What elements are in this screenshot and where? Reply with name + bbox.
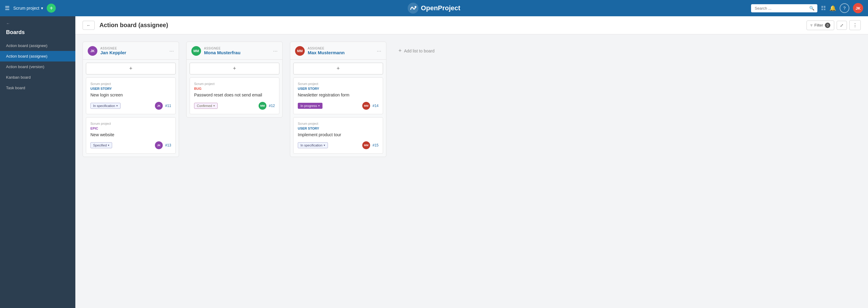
chevron-down-icon: ▾ bbox=[318, 104, 320, 107]
card-footer: In specification▾MM#15 bbox=[298, 141, 378, 149]
logo-text: OpenProject bbox=[421, 4, 461, 12]
add-card-button[interactable]: + bbox=[190, 63, 279, 74]
column-name: Mona Musterfrau bbox=[204, 50, 270, 55]
card-project: Scrum project bbox=[298, 122, 378, 125]
card-avatar: MM bbox=[362, 141, 370, 149]
card-type: USER STORY bbox=[90, 87, 171, 90]
column-options-button[interactable]: ··· bbox=[169, 48, 174, 54]
sidebar-item-action-board-version[interactable]: Action board (version) bbox=[0, 61, 75, 72]
bell-icon[interactable]: 🔔 bbox=[830, 5, 836, 11]
add-list-label: Add list to board bbox=[404, 49, 435, 53]
card-id: #11 bbox=[165, 104, 171, 108]
svg-point-1 bbox=[415, 6, 416, 8]
card-type: USER STORY bbox=[298, 87, 378, 90]
status-badge[interactable]: In specification▾ bbox=[90, 103, 121, 109]
card-title: Newsletter registration form bbox=[298, 92, 378, 98]
expand-button[interactable]: ⤢ bbox=[837, 21, 847, 30]
card-type: BUG bbox=[194, 87, 275, 90]
column-options-button[interactable]: ··· bbox=[377, 48, 381, 54]
column-avatar: MM bbox=[191, 46, 201, 56]
top-navigation: ☰ Scrum project ▾ + OpenProject 🔍 ☷ 🔔 ? … bbox=[0, 0, 868, 16]
card-project: Scrum project bbox=[90, 82, 171, 86]
card-title: Password reset does not send email bbox=[194, 92, 275, 98]
card-project: Scrum project bbox=[298, 82, 378, 86]
add-list-button[interactable]: + Add list to board bbox=[394, 44, 439, 57]
status-badge-label: Specified bbox=[93, 144, 107, 147]
column-header: MMAssigneeMona Musterfrau··· bbox=[187, 42, 282, 60]
card-footer: Confirmed▾MM#12 bbox=[194, 102, 275, 110]
grid-icon[interactable]: ☷ bbox=[821, 5, 826, 11]
sidebar-item-task-board[interactable]: Task board bbox=[0, 83, 75, 93]
search-wrapper: 🔍 bbox=[751, 4, 817, 12]
sidebar-item-kanban-board[interactable]: Kanban board bbox=[0, 72, 75, 83]
status-badge[interactable]: Confirmed▾ bbox=[194, 103, 218, 109]
search-input[interactable] bbox=[751, 4, 817, 12]
card-avatar: JK bbox=[155, 141, 163, 149]
sidebar-back-button[interactable]: ← bbox=[0, 16, 75, 28]
add-button[interactable]: + bbox=[47, 4, 56, 13]
add-icon: + bbox=[398, 48, 402, 54]
card-avatar: MM bbox=[362, 102, 370, 110]
page-header: ← Action board (assignee) ▿ Filter 0 ⤢ ⋮ bbox=[75, 16, 868, 34]
chevron-down-icon: ▾ bbox=[108, 144, 110, 147]
card-title: New login screen bbox=[90, 92, 171, 98]
filter-label: Filter bbox=[814, 23, 823, 27]
card[interactable]: Scrum projectBUGPassword reset does not … bbox=[190, 78, 279, 114]
status-badge[interactable]: In progress▾ bbox=[298, 103, 322, 109]
card[interactable]: Scrum projectEPICNew websiteSpecified▾JK… bbox=[86, 117, 176, 154]
app-logo: OpenProject bbox=[408, 3, 461, 13]
card-title: Implement product tour bbox=[298, 132, 378, 138]
board-area: JKAssigneeJan Keppler···+Scrum projectUS… bbox=[75, 34, 868, 308]
more-options-button[interactable]: ⋮ bbox=[849, 20, 861, 30]
user-avatar[interactable]: JK bbox=[853, 3, 863, 13]
card-footer: In progress▾MM#14 bbox=[298, 102, 378, 110]
column-avatar: MM bbox=[295, 46, 305, 56]
chevron-down-icon: ▾ bbox=[41, 6, 43, 10]
card[interactable]: Scrum projectUSER STORYImplement product… bbox=[293, 117, 383, 154]
page-title: Action board (assignee) bbox=[99, 22, 802, 29]
board-column-col-mona: MMAssigneeMona Musterfrau···+Scrum proje… bbox=[186, 41, 283, 118]
sidebar-section-title: Boards bbox=[0, 28, 75, 40]
column-header-info: AssigneeMona Musterfrau bbox=[204, 47, 270, 55]
sidebar: ← Boards Action board (assignee) Action … bbox=[0, 16, 75, 308]
card-avatar: MM bbox=[258, 102, 267, 110]
card-footer: In specification▾JK#11 bbox=[90, 102, 171, 110]
card-title: New website bbox=[90, 132, 171, 138]
card[interactable]: Scrum projectUSER STORYNew login screenI… bbox=[86, 78, 176, 114]
column-assignee-label: Assignee bbox=[308, 47, 374, 50]
card-id: #13 bbox=[165, 143, 171, 147]
add-card-button[interactable]: + bbox=[86, 63, 176, 74]
sidebar-item-action-board-assignee-1[interactable]: Action board (assignee) bbox=[0, 40, 75, 51]
chevron-down-icon: ▾ bbox=[116, 104, 118, 107]
hamburger-icon[interactable]: ☰ bbox=[5, 5, 10, 11]
card[interactable]: Scrum projectUSER STORYNewsletter regist… bbox=[293, 78, 383, 114]
board-column-col-jan: JKAssigneeJan Keppler···+Scrum projectUS… bbox=[83, 41, 179, 157]
search-icon: 🔍 bbox=[809, 6, 814, 10]
status-badge[interactable]: In specification▾ bbox=[298, 142, 328, 148]
column-options-button[interactable]: ··· bbox=[273, 48, 278, 54]
filter-button[interactable]: ▿ Filter 0 bbox=[807, 21, 834, 30]
column-assignee-label: Assignee bbox=[100, 47, 166, 50]
status-badge[interactable]: Specified▾ bbox=[90, 142, 112, 148]
project-selector[interactable]: Scrum project ▾ bbox=[13, 6, 43, 10]
card-footer: Specified▾JK#13 bbox=[90, 141, 171, 149]
help-button[interactable]: ? bbox=[840, 3, 849, 13]
main-content: ← Action board (assignee) ▿ Filter 0 ⤢ ⋮… bbox=[75, 16, 868, 308]
card-avatar: JK bbox=[155, 102, 163, 110]
column-avatar: JK bbox=[88, 46, 97, 56]
status-badge-label: Confirmed bbox=[197, 104, 212, 107]
app-layout: ← Boards Action board (assignee) Action … bbox=[0, 16, 868, 308]
filter-icon: ▿ bbox=[810, 23, 812, 27]
chevron-down-icon: ▾ bbox=[213, 104, 215, 107]
card-project: Scrum project bbox=[194, 82, 275, 86]
card-project: Scrum project bbox=[90, 122, 171, 125]
header-actions: ▿ Filter 0 ⤢ ⋮ bbox=[807, 20, 861, 30]
sidebar-item-action-board-assignee-2[interactable]: Action board (assignee) bbox=[0, 51, 75, 61]
filter-count-badge: 0 bbox=[825, 23, 830, 28]
add-card-button[interactable]: + bbox=[293, 63, 383, 74]
column-name: Jan Keppler bbox=[100, 50, 166, 55]
card-type: USER STORY bbox=[298, 127, 378, 130]
back-button[interactable]: ← bbox=[83, 21, 95, 30]
column-name: Max Mustermann bbox=[308, 50, 374, 55]
board-column-col-max: MMAssigneeMax Mustermann···+Scrum projec… bbox=[290, 41, 386, 157]
